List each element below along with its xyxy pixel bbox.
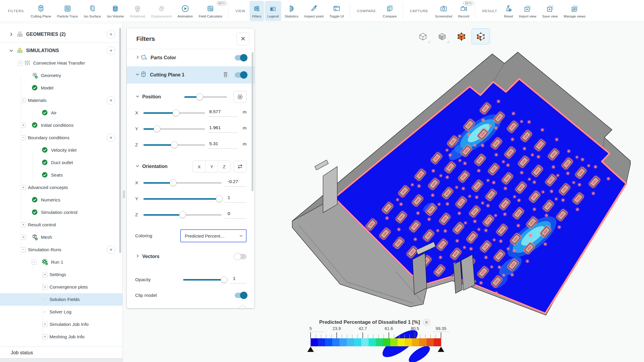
expand-box[interactable]: +	[21, 185, 26, 190]
toolbar-item-field-calculator[interactable]: BETAField Calculator	[196, 1, 225, 21]
trash-icon[interactable]	[222, 71, 229, 79]
collapse-box[interactable]: −	[21, 135, 26, 140]
orientation-y-slider[interactable]	[143, 198, 222, 200]
chevron-down-icon[interactable]	[135, 94, 140, 100]
chevron-right-icon[interactable]	[9, 32, 14, 37]
expand-box[interactable]: +	[42, 285, 47, 290]
position-y-value[interactable]: 1.961	[208, 125, 238, 133]
position-x-slider[interactable]	[143, 112, 205, 114]
collapse-box[interactable]: −	[21, 247, 26, 252]
cutting-plane-toggle[interactable]	[235, 72, 247, 78]
position-z-slider[interactable]	[143, 144, 205, 146]
tree-item-simulation-job-info[interactable]: +Simulation Job Info	[0, 318, 122, 331]
expand-box[interactable]: +	[21, 222, 26, 228]
toolbar-item-reset[interactable]: Reset	[501, 1, 516, 21]
partial-toggle[interactable]	[239, 305, 247, 308]
tree-item-run-1[interactable]: −Run 1	[0, 256, 122, 268]
expand-box[interactable]: +	[21, 123, 26, 128]
clip-model-toggle[interactable]	[235, 293, 247, 298]
tree-item-solver-log[interactable]: Solver Log	[0, 306, 122, 318]
collapse-box[interactable]: −	[18, 61, 23, 66]
close-icon[interactable]: ✕	[236, 32, 250, 45]
solid-cube-button[interactable]	[433, 28, 451, 44]
orientation-z-value[interactable]: 0	[225, 211, 247, 219]
toolbar-item-record[interactable]: BETARecord	[456, 1, 472, 21]
chevron-down-icon[interactable]	[135, 164, 140, 169]
orientation-y-value[interactable]: 1	[225, 195, 247, 203]
orientation-z-slider[interactable]	[143, 214, 222, 216]
orientation-x-value[interactable]: -0.27	[225, 179, 247, 187]
tree-item-meshing-job-info[interactable]: +Meshing Job Info	[0, 331, 122, 343]
toolbar-item-screenshot[interactable]: Screenshot	[432, 1, 455, 21]
axis-z-button[interactable]: Z	[218, 161, 230, 172]
legend-colorbar[interactable]: 523.942.761.680.599.35	[298, 326, 452, 353]
orientation-x-slider[interactable]	[143, 182, 222, 184]
toolbar-item-save-view[interactable]: Save view	[540, 1, 560, 21]
add-button[interactable]: +	[107, 134, 115, 142]
collapse-box[interactable]: −	[21, 98, 26, 103]
tree-item-solution-fields[interactable]: Solution Fields	[0, 293, 122, 306]
tree-item-settings[interactable]: +Settings	[0, 268, 122, 281]
toolbar-item-compare[interactable]: Compare	[380, 1, 399, 21]
add-button[interactable]: +	[107, 47, 115, 55]
expand-box[interactable]: +	[42, 272, 47, 277]
opacity-value[interactable]: 1	[230, 276, 247, 283]
filter-row-cutting-plane[interactable]: Cutting Plane 1	[127, 66, 254, 84]
mesh-cube-button[interactable]	[452, 28, 471, 44]
tree-item-air[interactable]: Air	[0, 107, 122, 119]
toolbar-item-import-view[interactable]: Import view	[516, 1, 539, 21]
tree-item-convergence-plots[interactable]: +Convergence plots	[0, 281, 122, 293]
textured-cube-button[interactable]	[472, 28, 490, 44]
filters-scrollbar[interactable]	[252, 52, 253, 191]
position-y-slider[interactable]	[143, 128, 205, 130]
toolbar-item-cutting-plane[interactable]: Cutting Plane	[28, 1, 54, 21]
toolbar-item-iso-surface[interactable]: Iso Surface	[81, 1, 104, 21]
tree-item-materials[interactable]: −Materials+	[0, 94, 122, 107]
chevron-right-icon[interactable]	[135, 55, 140, 61]
tree-item-result-control[interactable]: +Result control	[0, 219, 122, 231]
flip-orientation-icon[interactable]	[234, 161, 247, 172]
position-x-value[interactable]: 8.577	[208, 109, 238, 117]
expand-box[interactable]: +	[21, 235, 26, 240]
axis-x-button[interactable]: X	[193, 161, 205, 172]
toolbar-item-animation[interactable]: Animation	[175, 1, 195, 21]
coloring-dropdown[interactable]: Predicted Percent…	[180, 229, 247, 242]
tree-item-duct-outlet[interactable]: Duct outlet	[0, 156, 122, 169]
tree-item-velocity-inlet[interactable]: Velocity inlet	[0, 144, 122, 156]
add-button[interactable]: +	[107, 96, 115, 105]
toolbar-item-legend[interactable]: Legend	[265, 1, 281, 21]
tree-item-model[interactable]: Model	[0, 82, 122, 94]
position-z-value[interactable]: 5.31	[208, 141, 238, 149]
toolbar-item-manage-views[interactable]: Manage views	[561, 1, 588, 21]
chevron-right-icon[interactable]	[135, 254, 140, 260]
filter-row-parts-color[interactable]: Parts Color	[127, 49, 254, 66]
tree-item-advanced-concepts[interactable]: +Advanced concepts	[0, 181, 122, 194]
expand-box[interactable]: +	[42, 334, 47, 339]
tree-item-simulation-runs[interactable]: −Simulation Runs+	[0, 244, 122, 256]
expand-box[interactable]: +	[42, 322, 47, 327]
vectors-toggle[interactable]	[235, 254, 247, 259]
tree-item-seats[interactable]: Seats	[0, 169, 122, 181]
tree-item-mesh[interactable]: +Mesh	[0, 231, 122, 244]
tree-item-convective-heat-transfer[interactable]: −Convective Heat Transfer	[0, 57, 122, 69]
toolbar-item-statistics[interactable]: Statistics	[282, 1, 301, 21]
job-status-bar[interactable]: Job status	[0, 347, 122, 358]
toolbar-item-inspect-point[interactable]: Inspect point	[301, 1, 326, 21]
tree-item-initial-conditions[interactable]: +Initial conditions	[0, 119, 122, 132]
opacity-slider[interactable]	[183, 279, 227, 281]
chevron-down-icon[interactable]	[9, 48, 14, 53]
toolbar-item-toggle-ui[interactable]: Toggle UI	[327, 1, 347, 21]
toolbar-item-filters[interactable]: Filters	[250, 1, 264, 21]
chevron-down-icon[interactable]	[135, 72, 140, 78]
add-button[interactable]: +	[107, 30, 115, 39]
tree-item-geometry[interactable]: Geometry	[0, 69, 122, 82]
tree-item-geometries-2[interactable]: GEOMETRIES (2)+	[0, 28, 122, 41]
panel-resize-handle[interactable]	[123, 190, 125, 198]
tree-item-boundary-conditions[interactable]: −Boundary conditions+	[0, 132, 122, 144]
legend-menu-icon[interactable]	[423, 319, 430, 326]
tree-scrollbar[interactable]	[119, 28, 121, 253]
pick-point-icon[interactable]	[234, 91, 247, 103]
wireframe-cube-button[interactable]	[414, 28, 432, 44]
axis-y-button[interactable]: Y	[205, 161, 218, 172]
tree-item-simulations[interactable]: SIMULATIONS+	[0, 44, 122, 57]
